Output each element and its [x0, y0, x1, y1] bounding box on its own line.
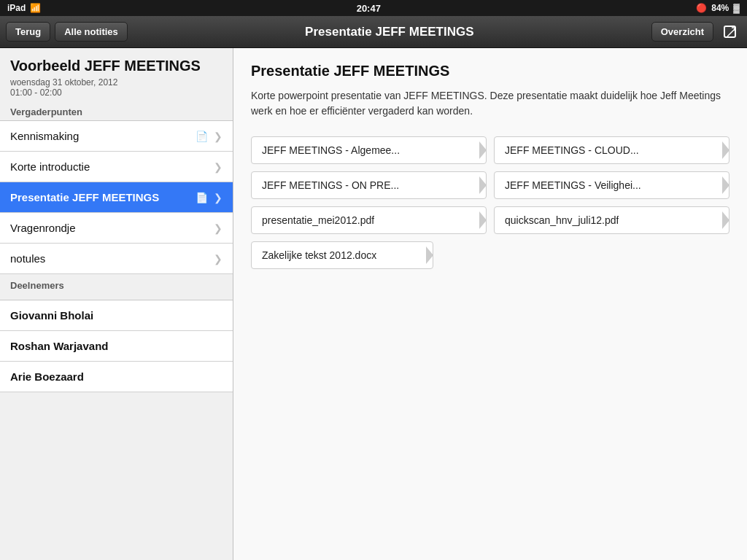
all-notes-button[interactable]: Alle notities — [55, 22, 128, 42]
content-description: Korte powerpoint presentatie van JEFF ME… — [251, 88, 729, 119]
file-tag-4[interactable]: presentatie_mei2012.pdf — [251, 206, 487, 234]
svg-line-1 — [727, 29, 735, 36]
battery-icon: ▓ — [733, 3, 740, 13]
participants-section-header: Deelnemers — [0, 274, 233, 294]
file-tag-0[interactable]: JEFF MEETINGS - Algemee... — [251, 136, 487, 164]
chevron-notules: ❯ — [214, 253, 222, 265]
agenda-item-korte-introductie[interactable]: Korte introductie ❯ — [0, 152, 233, 182]
battery-percentage: 84% — [711, 3, 729, 13]
files-grid: JEFF MEETINGS - Algemee... JEFF MEETINGS… — [251, 136, 729, 269]
back-button[interactable]: Terug — [6, 22, 50, 42]
agenda-item-vragenrondje[interactable]: Vragenrondje ❯ — [0, 213, 233, 244]
compose-icon[interactable] — [719, 21, 741, 43]
sidebar-date: woensdag 31 oktober, 2012 — [10, 77, 222, 88]
status-time: 20:47 — [357, 3, 381, 14]
file-tag-2[interactable]: JEFF MEETINGS - ON PRE... — [251, 171, 487, 199]
agenda-list: Kennismaking 📄 ❯ Korte introductie ❯ Pre… — [0, 120, 233, 274]
sidebar-time: 01:00 - 02:00 — [10, 88, 222, 98]
doc-icon-kennismaking: 📄 — [196, 131, 208, 142]
participants-list: Giovanni Bholai Roshan Warjavand Arie Bo… — [0, 300, 233, 392]
ipad-label: iPad — [7, 3, 26, 13]
file-tag-6[interactable]: Zakelijke tekst 2012.docx — [251, 241, 433, 269]
participant-giovanni: Giovanni Bholai — [0, 300, 233, 331]
status-bar: iPad 📶 20:47 🔴 84% ▓ — [0, 0, 747, 16]
nav-bar: Terug Alle notities Presentatie JEFF MEE… — [0, 16, 747, 48]
content-area: Presentatie JEFF MEETINGS Korte powerpoi… — [233, 48, 747, 560]
main-layout: Voorbeeld JEFF MEETINGS woensdag 31 okto… — [0, 48, 747, 560]
overview-button[interactable]: Overzicht — [651, 22, 713, 42]
participant-roshan: Roshan Warjavand — [0, 331, 233, 362]
file-tag-3[interactable]: JEFF MEETINGS - Veilighei... — [494, 171, 729, 199]
sidebar: Voorbeeld JEFF MEETINGS woensdag 31 okto… — [0, 48, 233, 560]
doc-icon-presentatie: 📄 — [196, 192, 208, 203]
nav-left-buttons: Terug Alle notities — [6, 22, 128, 42]
chevron-vragenrondje: ❯ — [214, 222, 222, 234]
agenda-item-presentatie[interactable]: Presentatie JEFF MEETINGS 📄 ❯ — [0, 182, 233, 213]
chevron-korte-introductie: ❯ — [214, 161, 222, 173]
sidebar-meeting-title: Voorbeeld JEFF MEETINGS — [10, 57, 222, 74]
content-title: Presentatie JEFF MEETINGS — [251, 63, 729, 79]
wifi-icon: 📶 — [30, 3, 41, 13]
sidebar-header: Voorbeeld JEFF MEETINGS woensdag 31 okto… — [0, 48, 233, 101]
chevron-presentatie: ❯ — [214, 192, 222, 203]
agenda-item-kennismaking[interactable]: Kennismaking 📄 ❯ — [0, 121, 233, 152]
file-tag-5[interactable]: quickscan_hnv_juli12.pdf — [494, 206, 729, 234]
file-tag-1[interactable]: JEFF MEETINGS - CLOUD... — [494, 136, 729, 164]
chevron-kennismaking: ❯ — [214, 131, 222, 142]
status-right: 🔴 84% ▓ — [696, 3, 740, 13]
bluetooth-icon: 🔴 — [696, 3, 707, 13]
agenda-item-notules[interactable]: notules ❯ — [0, 244, 233, 274]
agenda-section-header: Vergaderpunten — [0, 101, 233, 120]
nav-title: Presentatie JEFF MEETINGS — [128, 25, 651, 39]
participant-arie: Arie Boezaard — [0, 362, 233, 392]
status-left: iPad 📶 — [7, 3, 41, 13]
